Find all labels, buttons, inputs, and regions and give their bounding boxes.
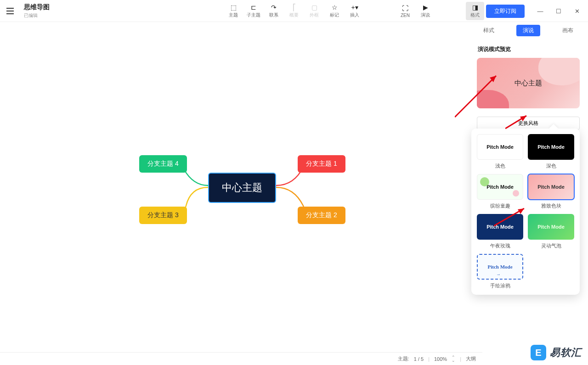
change-style-button[interactable]: 更换风格 (477, 117, 580, 130)
insert-icon: +▾ (351, 4, 358, 11)
document-title-block: 思维导图 已编辑 (24, 3, 50, 19)
summary-button[interactable]: ⎡概要 (285, 2, 303, 20)
document-title: 思维导图 (24, 3, 50, 11)
marker-icon: ☆ (332, 4, 338, 11)
subscribe-button[interactable]: 立即订阅 (486, 5, 525, 18)
topic-button[interactable]: ⬚主题 (224, 2, 243, 20)
boundary-icon: ▢ (311, 4, 317, 11)
style-option-light[interactable]: Pitch Mode 浅色 (477, 134, 523, 169)
format-button[interactable]: ◨格式 (466, 2, 484, 20)
relation-button[interactable]: ↷联系 (265, 2, 283, 20)
watermark-text: 易软汇 (550, 346, 582, 359)
minimize-icon[interactable]: — (532, 5, 548, 17)
present-preview[interactable]: 中心主题 (477, 58, 580, 108)
summary-icon: ⎡ (293, 4, 296, 11)
topic-label: 主题: (398, 355, 409, 362)
document-status: 已编辑 (24, 12, 50, 19)
subtopic-button[interactable]: ⊏子主题 (244, 2, 263, 20)
watermark: E 易软汇 (531, 345, 582, 360)
style-option-hand[interactable]: Pitch Mode 手绘涂鸦 (477, 254, 523, 289)
insert-button[interactable]: +▾插入 (345, 2, 364, 20)
outline-button[interactable]: 大纲 (466, 355, 476, 362)
menu-icon[interactable] (4, 5, 17, 17)
present-icon: ▶ (423, 4, 428, 11)
format-panel: 样式 演说 画布 演说模式预览 中心主题 更换风格 (475, 22, 582, 130)
central-topic-node[interactable]: 中心主题 (208, 173, 276, 203)
tab-canvas[interactable]: 画布 (556, 25, 580, 36)
zoom-stepper[interactable]: ⌃ ⌄ (452, 356, 455, 362)
style-option-elegant[interactable]: Pitch Mode 雅致色块 (528, 174, 574, 209)
preview-text: 中心主题 (514, 79, 542, 88)
topic-icon: ⬚ (231, 4, 237, 11)
branch-node-4[interactable]: 分支主题 4 (139, 155, 187, 173)
topic-count: 1 / 5 (414, 356, 424, 362)
zoom-down-icon[interactable]: ⌄ (452, 359, 455, 362)
style-option-dark[interactable]: Pitch Mode 深色 (528, 134, 574, 169)
watermark-logo-icon: E (531, 345, 546, 360)
status-bar: 主题: 1 / 5 | 100% ⌃ ⌄ | 大纲 (0, 352, 482, 365)
branch-node-1[interactable]: 分支主题 1 (298, 155, 345, 173)
panel-tabs: 样式 演说 画布 (475, 22, 582, 39)
zoom-value[interactable]: 100% (434, 356, 447, 362)
marker-button[interactable]: ☆标记 (325, 2, 344, 20)
zen-icon: ⛶ (402, 5, 408, 12)
present-button[interactable]: ▶演说 (416, 2, 435, 20)
close-icon[interactable]: ✕ (569, 5, 585, 17)
branch-node-2[interactable]: 分支主题 2 (298, 207, 345, 224)
subtopic-icon: ⊏ (251, 4, 256, 11)
style-option-bubble[interactable]: Pitch Mode 灵动气泡 (528, 214, 574, 249)
tab-style[interactable]: 样式 (477, 25, 501, 36)
format-icon: ◨ (472, 4, 478, 11)
toolbar-right: ⛶ZEN ▶演说 ◨格式 立即订阅 — ☐ ✕ (396, 0, 585, 22)
branch-node-3[interactable]: 分支主题 3 (139, 207, 187, 224)
main-toolbar: ⬚主题 ⊏子主题 ↷联系 ⎡概要 ▢外框 ☆标记 +▾插入 (224, 0, 364, 22)
tab-present[interactable]: 演说 (516, 25, 540, 36)
mindmap-canvas[interactable]: 中心主题 分支主题 4 分支主题 1 分支主题 3 分支主题 2 (0, 22, 482, 348)
boundary-button[interactable]: ▢外框 (305, 2, 323, 20)
style-option-colorful[interactable]: Pitch Mode 缤纷童趣 (477, 174, 523, 209)
titlebar: 思维导图 已编辑 ⬚主题 ⊏子主题 ↷联系 ⎡概要 ▢外框 ☆标记 +▾插入 ⛶… (0, 0, 588, 22)
zen-button[interactable]: ⛶ZEN (396, 3, 414, 20)
style-picker-popup: Pitch Mode 浅色 Pitch Mode 深色 Pitch Mode 缤… (471, 129, 580, 295)
maximize-icon[interactable]: ☐ (550, 5, 567, 17)
relation-icon: ↷ (271, 4, 277, 11)
preview-section-title: 演说模式预览 (475, 39, 582, 58)
style-option-midnight[interactable]: Pitch Mode 午夜玫瑰 (477, 214, 523, 249)
